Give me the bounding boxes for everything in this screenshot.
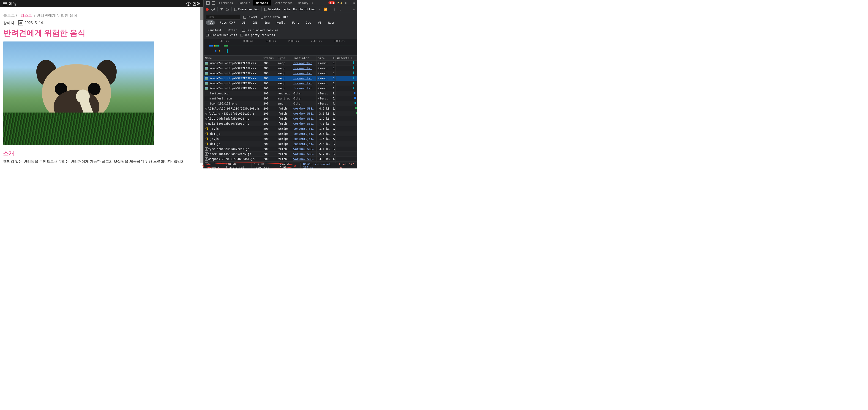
menu-button[interactable]: 메뉴: [3, 1, 17, 6]
table-row[interactable]: image?url=https%3A%2F%2Fres.cloudi...200…: [204, 66, 357, 71]
table-row[interactable]: manifest.json200manifestOther(Service...…: [204, 96, 357, 101]
post-category: 강아지: [3, 21, 14, 25]
status-load: Load: 527 ms: [336, 163, 357, 169]
breadcrumb-list[interactable]: 리스트: [20, 13, 32, 18]
status-domcontentloaded: DOMContentLoaded: 264 ms: [301, 163, 336, 169]
network-statusbar: 53 requests 148 kB transferred 1.7 MB re…: [204, 163, 357, 169]
filter-type-js[interactable]: JS: [240, 20, 247, 25]
network-timeline[interactable]: 500 ms1000 ms1500 ms2000 ms2500 ms3000 m…: [204, 39, 357, 56]
col-status[interactable]: Status: [262, 56, 277, 60]
tab-elements[interactable]: Elements: [216, 0, 236, 5]
hamburger-icon: [3, 2, 7, 5]
filter-type-css[interactable]: CSS: [251, 20, 259, 25]
blocked-requests-checkbox[interactable]: Blocked Requests: [206, 33, 237, 37]
table-header: Name Status Type Initiator Size T. Water…: [204, 56, 357, 61]
tab-console[interactable]: Console: [236, 0, 253, 5]
invert-checkbox[interactable]: Invert: [244, 16, 257, 19]
post-meta: 강아지 - 31 2023. 5. 14.: [0, 20, 204, 27]
kebab-icon[interactable]: ⋮: [348, 1, 351, 5]
breadcrumb-blog: 블로그: [3, 13, 15, 18]
settings-icon[interactable]: ⚙: [345, 1, 347, 5]
table-row[interactable]: ⚙webpack-7970001504b33da1.js200fetchwork…: [204, 156, 357, 162]
table-row[interactable]: ⚙feeling-4033bdfe1c032ca2.js200fetchwork…: [204, 111, 357, 116]
language-button[interactable]: 언어: [186, 1, 200, 6]
table-row[interactable]: favicon.ico200vnd.mic..Other(Service...2…: [204, 91, 357, 96]
filter-type-media[interactable]: Media: [275, 20, 287, 25]
table-row[interactable]: {} dom.js200scriptcontent.js:322.0 kB2..: [204, 131, 357, 136]
status-resources: 1.7 MB resources: [251, 163, 277, 169]
blog-page: 메뉴 언어 블로그 / 리스트 / 반려견에게 위험한 음식 강아지 - 31 …: [0, 0, 204, 169]
disable-cache-checkbox[interactable]: Disable cache: [264, 7, 290, 11]
filter-type-all[interactable]: All: [206, 20, 215, 25]
hide-data-urls-checkbox[interactable]: Hide data URLs: [260, 16, 288, 19]
col-size[interactable]: Size: [316, 56, 331, 60]
table-row[interactable]: image?url=https%3A%2F%2Fres.cloudi...200…: [204, 81, 357, 86]
network-toolbar: Preserve log Disable cache No throttling…: [204, 6, 357, 13]
col-name[interactable]: Name: [204, 56, 262, 60]
post-date: 2023. 5. 14.: [25, 21, 44, 25]
blocked-cookies-checkbox[interactable]: Has blocked cookies: [242, 28, 278, 32]
breadcrumb: 블로그 / 리스트 / 반려견에게 위험한 음식: [0, 7, 204, 20]
third-party-checkbox[interactable]: 3rd-party requests: [240, 33, 275, 37]
calendar-icon: 31: [18, 20, 23, 25]
scrollbar-track: [200, 7, 204, 163]
tab-performance[interactable]: Performance: [271, 0, 296, 5]
table-row[interactable]: image?url=https%3A%2F%2Fres.cloudi...200…: [204, 71, 357, 76]
warnings-badge[interactable]: ⚑ 2: [336, 1, 343, 4]
filter-type-doc[interactable]: Doc: [304, 20, 313, 25]
col-waterfall[interactable]: Waterfall: [336, 56, 357, 60]
hero-image: [3, 41, 154, 145]
table-row[interactable]: icon-192x192.png200pngOther(Service...4.…: [204, 101, 357, 106]
close-devtools-icon[interactable]: ✕: [353, 1, 355, 5]
col-initiator[interactable]: Initiator: [292, 56, 316, 60]
table-row[interactable]: {} js.js200scriptcontent.js:321.3 kB6..: [204, 136, 357, 141]
filter-type-img[interactable]: Img: [263, 20, 272, 25]
col-time[interactable]: T.: [331, 56, 336, 60]
table-row[interactable]: ⚙index-184f3538a535c4b5.js200fetchworkbo…: [204, 151, 357, 156]
filter-type-wasm[interactable]: Wasm: [327, 20, 337, 25]
status-transferred: 148 kB transferred: [223, 163, 251, 169]
tab-memory[interactable]: Memory: [295, 0, 311, 5]
globe-icon: [186, 2, 190, 6]
status-requests: 53 requests: [204, 163, 223, 169]
table-row[interactable]: ⚙%5Bslug%5D-9f71280f363bc208.js200fetchw…: [204, 106, 357, 111]
table-row[interactable]: image?url=https%3A%2F%2Fres.cloudi...200…: [204, 61, 357, 66]
intro-paragraph: 책임감 있는 반려동물 주인으로서 우리는 반려견에게 가능한 최고의 보살핌을…: [0, 159, 204, 165]
section-heading: 소개: [0, 145, 204, 159]
preserve-log-checkbox[interactable]: Preserve log: [234, 7, 258, 11]
devtools-panel: ElementsConsoleNetworkPerformanceMemory …: [204, 0, 357, 169]
network-conditions-icon[interactable]: 📶: [323, 7, 327, 11]
topbar: 메뉴 언어: [0, 0, 204, 7]
filter-type-font[interactable]: Font: [290, 20, 301, 25]
table-row[interactable]: ⚙type-aebe0e350a87ced7.js200fetchworkbox…: [204, 146, 357, 151]
record-button[interactable]: [206, 8, 209, 11]
filter-input[interactable]: [206, 15, 240, 20]
table-row[interactable]: {} dom.js200scriptcontent.js:322.0 kB2..: [204, 141, 357, 146]
filter-type-other[interactable]: Other: [226, 28, 239, 32]
inspect-icon[interactable]: [206, 1, 210, 5]
breadcrumb-current: 반려견에게 위험한 음식: [36, 13, 78, 18]
filter-type-fetch-xhr[interactable]: Fetch/XHR: [218, 20, 237, 25]
filter-type-ws[interactable]: WS: [316, 20, 323, 25]
col-type[interactable]: Type: [277, 56, 292, 60]
table-row[interactable]: ⚙list-29dcf8dcf3b26095.js200fetchworkbox…: [204, 116, 357, 121]
errors-badge[interactable]: ⊗ 1: [329, 1, 335, 4]
more-tabs[interactable]: »: [312, 1, 313, 5]
import-icon[interactable]: ⭱: [333, 7, 336, 11]
table-row[interactable]: ⚙quiz-f408d3be40f6b98b.js200fetchworkbox…: [204, 121, 357, 126]
table-row[interactable]: image?url=https%3A%2F%2Fres.cloudi...200…: [204, 86, 357, 91]
menu-label: 메뉴: [9, 1, 17, 6]
throttling-select[interactable]: No throttling ▾: [293, 7, 321, 11]
clear-button[interactable]: [211, 8, 215, 11]
table-row[interactable]: {} js.js200scriptcontent.js:321.3 kB8..: [204, 126, 357, 131]
scrollbar-thumb[interactable]: [200, 7, 204, 20]
tab-network[interactable]: Network: [253, 0, 271, 5]
table-row[interactable]: image?url=https%3A%2F%2Fres.cloudi...200…: [204, 76, 357, 81]
network-settings-icon[interactable]: ⚙: [353, 7, 354, 11]
device-icon[interactable]: [212, 1, 215, 5]
export-icon[interactable]: ⭳: [339, 7, 342, 11]
filter-type-manifest[interactable]: Manifest: [206, 28, 223, 32]
search-icon[interactable]: [226, 8, 228, 11]
filter-toggle-icon[interactable]: [220, 8, 223, 10]
network-filterbar: Invert Hide data URLs AllFetch/XHRJSCSSI…: [204, 13, 357, 39]
